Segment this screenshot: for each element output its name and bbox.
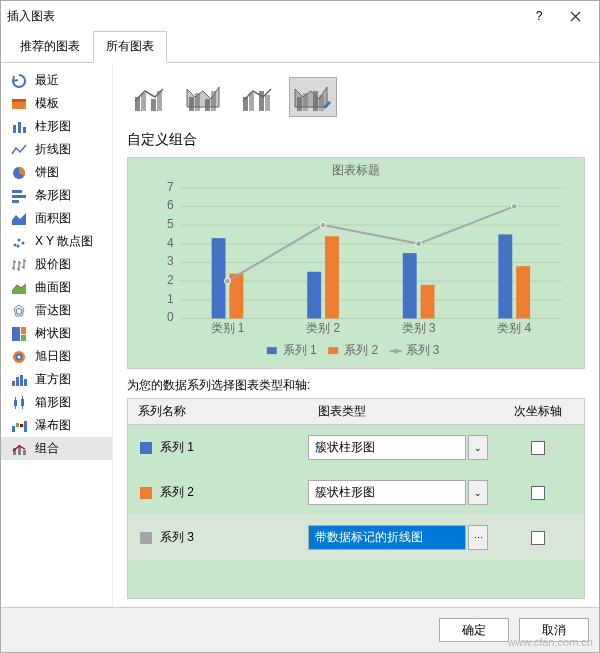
sidebar-item-label: 箱形图 (35, 394, 71, 411)
svg-rect-8 (12, 200, 19, 203)
subtype-2[interactable] (235, 77, 283, 117)
series-color-swatch (140, 487, 152, 499)
series-row: 系列 3 带数据标记的折线图 ⋯ (128, 515, 584, 560)
help-button[interactable]: ? (521, 2, 557, 30)
sidebar-item-line[interactable]: 折线图 (1, 138, 112, 161)
svg-point-74 (416, 241, 422, 247)
svg-text:4: 4 (167, 236, 174, 250)
svg-point-9 (14, 243, 17, 246)
subtype-3[interactable] (289, 77, 337, 117)
chevron-down-icon[interactable]: ⋯ (468, 525, 488, 550)
sidebar-item-label: 旭日图 (35, 348, 71, 365)
secondary-axis-checkbox[interactable] (531, 486, 545, 500)
svg-rect-6 (12, 190, 22, 193)
svg-rect-67 (498, 234, 512, 318)
sidebar-item-radar[interactable]: 雷达图 (1, 299, 112, 322)
svg-rect-3 (18, 122, 21, 133)
titlebar: 插入图表 ? (1, 1, 599, 31)
svg-text:类别 4: 类别 4 (497, 321, 531, 335)
sidebar-item-scatter[interactable]: X Y 散点图 (1, 230, 112, 253)
sidebar-item-pie[interactable]: 饼图 (1, 161, 112, 184)
svg-rect-31 (23, 450, 26, 455)
sidebar-item-label: 雷达图 (35, 302, 71, 319)
svg-text:7: 7 (167, 180, 174, 194)
sidebar-item-template[interactable]: 模板 (1, 92, 112, 115)
series-color-swatch (140, 442, 152, 454)
svg-text:0: 0 (167, 310, 174, 324)
pie-icon (11, 165, 27, 181)
svg-point-75 (511, 203, 517, 209)
sidebar-item-label: 模板 (35, 95, 59, 112)
cancel-button[interactable]: 取消 (519, 618, 589, 642)
sidebar-item-label: 折线图 (35, 141, 71, 158)
series-color-swatch (140, 532, 152, 544)
ok-button[interactable]: 确定 (439, 618, 509, 642)
sidebar-item-stock[interactable]: 股价图 (1, 253, 112, 276)
sidebar-item-boxplot[interactable]: 箱形图 (1, 391, 112, 414)
svg-point-12 (17, 244, 20, 247)
sidebar-item-surface[interactable]: 曲面图 (1, 276, 112, 299)
sidebar-item-area[interactable]: 面积图 (1, 207, 112, 230)
area-icon (11, 211, 27, 227)
surface-icon (11, 280, 27, 296)
waterfall-icon (11, 418, 27, 434)
svg-text:6: 6 (167, 198, 174, 212)
svg-rect-70 (421, 285, 435, 319)
sidebar-item-label: 饼图 (35, 164, 59, 181)
svg-rect-23 (14, 400, 17, 406)
secondary-axis-checkbox[interactable] (531, 531, 545, 545)
svg-rect-81 (267, 347, 277, 354)
chevron-down-icon[interactable]: ⌄ (468, 435, 488, 460)
svg-rect-15 (21, 335, 26, 341)
svg-rect-20 (16, 377, 19, 386)
svg-text:2: 2 (167, 273, 174, 287)
sidebar-item-treemap[interactable]: 树状图 (1, 322, 112, 345)
svg-point-73 (320, 222, 326, 228)
chart-type-combo[interactable]: 簇状柱形图 ⌄ (308, 480, 488, 505)
svg-rect-42 (259, 91, 264, 111)
svg-rect-19 (12, 381, 15, 386)
svg-rect-41 (249, 93, 254, 111)
subtype-0[interactable] (127, 77, 175, 117)
svg-rect-14 (21, 327, 26, 334)
svg-point-86 (393, 349, 398, 354)
chart-type-combo[interactable]: 带数据标记的折线图 ⋯ (308, 525, 488, 550)
svg-text:类别 1: 类别 1 (211, 321, 245, 335)
sidebar-item-label: 股价图 (35, 256, 71, 273)
chevron-down-icon[interactable]: ⌄ (468, 480, 488, 505)
svg-rect-26 (16, 423, 19, 427)
main-panel: 自定义组合 01234567类别 1类别 2类别 3类别 4图表标题系列 1系列… (113, 63, 599, 607)
svg-rect-22 (24, 379, 27, 386)
bar-icon (11, 188, 27, 204)
combo-text: 簇状柱形图 (308, 435, 466, 460)
subtype-row (127, 71, 585, 123)
sidebar-item-label: 面积图 (35, 210, 71, 227)
sidebar-item-waterfall[interactable]: 瀑布图 (1, 414, 112, 437)
svg-rect-13 (12, 327, 20, 341)
svg-point-18 (18, 355, 21, 358)
svg-rect-25 (12, 426, 15, 432)
recent-icon (11, 73, 27, 89)
tab-all[interactable]: 所有图表 (93, 31, 167, 63)
secondary-axis-checkbox[interactable] (531, 441, 545, 455)
sidebar-item-bar[interactable]: 条形图 (1, 184, 112, 207)
sidebar-item-recent[interactable]: 最近 (1, 69, 112, 92)
svg-text:5: 5 (167, 217, 174, 231)
svg-text:1: 1 (167, 292, 174, 306)
template-icon (11, 96, 27, 112)
grid-instruction: 为您的数据系列选择图表类型和轴: (127, 377, 585, 394)
sidebar-item-sunburst[interactable]: 旭日图 (1, 345, 112, 368)
sidebar-item-combo[interactable]: 组合 (1, 437, 112, 460)
subtype-1[interactable] (181, 77, 229, 117)
tab-recommended[interactable]: 推荐的图表 (7, 31, 93, 62)
radar-icon (11, 303, 27, 319)
sidebar-item-label: 瀑布图 (35, 417, 71, 434)
combo-text: 簇状柱形图 (308, 480, 466, 505)
series-grid: 系列名称 图表类型 次坐标轴 系列 1 簇状柱形图 ⌄ 系列 2 簇状柱形图 (127, 398, 585, 599)
sidebar-item-column[interactable]: 柱形图 (1, 115, 112, 138)
close-button[interactable] (557, 2, 593, 30)
sunburst-icon (11, 349, 27, 365)
chart-type-combo[interactable]: 簇状柱形图 ⌄ (308, 435, 488, 460)
grid-header: 系列名称 图表类型 次坐标轴 (128, 399, 584, 425)
sidebar-item-histogram[interactable]: 直方图 (1, 368, 112, 391)
